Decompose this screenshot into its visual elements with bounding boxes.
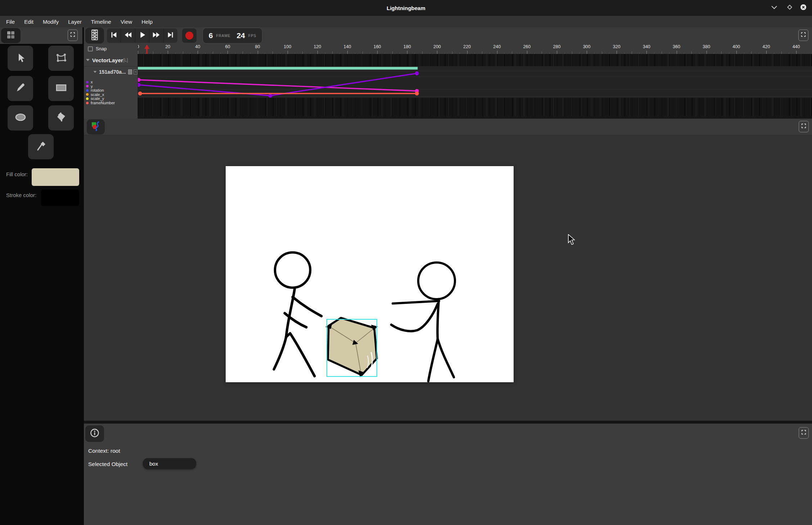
path-transform-icon xyxy=(55,52,67,65)
record-icon xyxy=(185,32,193,40)
film-strip-icon xyxy=(90,29,99,42)
collapse-triangle-icon[interactable] xyxy=(86,59,90,61)
skip-to-end-button[interactable] xyxy=(164,28,177,43)
timeline-tracks[interactable] xyxy=(138,54,812,119)
layer-tag: [L] xyxy=(123,58,128,63)
ruler-tick xyxy=(751,51,752,54)
ruler-tick xyxy=(467,51,468,54)
ellipse-tool-button[interactable] xyxy=(8,105,33,131)
object-row[interactable]: 151ad70a... ~ xyxy=(84,67,137,77)
panel-grid-button[interactable] xyxy=(1,28,21,43)
keyframe-dot-x[interactable] xyxy=(268,94,272,98)
keyframe-dot-x[interactable] xyxy=(415,72,419,76)
selected-object-value[interactable]: box xyxy=(143,458,196,469)
inspector-panel xyxy=(84,424,812,525)
ruler-tick xyxy=(721,51,722,54)
layer-visibility-button[interactable] xyxy=(128,69,132,74)
close-button[interactable] xyxy=(799,4,807,12)
frame-fps-display[interactable]: 6 FRAME 24 FPS xyxy=(203,28,262,44)
tool-panel-expand-button[interactable] xyxy=(68,29,78,41)
ruler-tick xyxy=(646,51,647,54)
menu-item-view[interactable]: View xyxy=(116,19,137,25)
figure-head xyxy=(275,252,310,288)
skip-to-start-button[interactable] xyxy=(107,28,121,43)
close-icon xyxy=(800,4,807,12)
ruler-tick xyxy=(437,51,437,54)
vector-graphics-icon xyxy=(91,121,101,133)
ruler-tick xyxy=(153,51,153,54)
rectangle-tool-button[interactable] xyxy=(48,76,74,101)
menu-item-layer[interactable]: Layer xyxy=(63,19,86,25)
layer-column: Snap VectorLayer[L] 151ad70a... ~ xyrota… xyxy=(84,44,138,119)
keyframe-dot-frameNumber[interactable] xyxy=(138,92,142,96)
keyframe-dot-y[interactable] xyxy=(138,78,141,82)
curve-y[interactable] xyxy=(139,80,417,91)
snap-checkbox[interactable] xyxy=(88,46,93,51)
context-text: Context: root xyxy=(88,448,120,454)
maximize-button[interactable] xyxy=(786,4,794,12)
canvas-tab-button[interactable] xyxy=(87,119,105,134)
ruler-label: 440 xyxy=(793,44,800,49)
skip-start-icon xyxy=(110,31,118,40)
rewind-button[interactable] xyxy=(121,28,135,43)
ruler-tick xyxy=(677,51,677,54)
ruler-tick xyxy=(632,51,632,54)
keyframe-curves[interactable] xyxy=(138,54,812,119)
menu-item-edit[interactable]: Edit xyxy=(19,19,38,25)
ruler-tick xyxy=(347,51,348,54)
ruler-tick xyxy=(691,51,692,54)
keyframe-span-bar[interactable] xyxy=(138,67,418,70)
property-row-rotation[interactable]: rotation xyxy=(86,88,104,92)
property-row-scale_y[interactable]: scale_y xyxy=(86,96,104,101)
cursor-arrow-icon xyxy=(15,52,26,64)
fill-color-swatch[interactable] xyxy=(32,168,79,186)
transform-tool-button[interactable] xyxy=(48,46,74,71)
minimize-button[interactable] xyxy=(770,4,778,12)
ruler-tick xyxy=(258,51,258,54)
stick-figure-right xyxy=(391,262,455,381)
ruler-tick xyxy=(198,51,198,54)
property-row-y[interactable]: y xyxy=(86,84,93,88)
menu-item-help[interactable]: Help xyxy=(137,19,157,25)
stroke-color-label: Stroke color: xyxy=(6,192,36,198)
property-row-frameNumber[interactable]: frameNumber xyxy=(86,101,115,105)
menu-item-file[interactable]: File xyxy=(1,19,19,25)
timeline-ruler[interactable]: 0204060801001201401601802002202402602803… xyxy=(84,44,812,54)
ruler-tick xyxy=(766,51,767,54)
ruler-label: 240 xyxy=(493,44,501,49)
ruler-label: 60 xyxy=(225,44,230,49)
canvas-expand-button[interactable] xyxy=(799,121,809,132)
menu-item-modify[interactable]: Modify xyxy=(38,19,63,25)
keyframe-dot-frameNumber[interactable] xyxy=(415,92,419,96)
stroke-color-swatch[interactable] xyxy=(41,190,79,206)
fps-value: 24 xyxy=(236,31,245,40)
stage-artwork xyxy=(226,166,514,382)
curve-x[interactable] xyxy=(139,73,417,96)
collapse-triangle-icon[interactable] xyxy=(94,71,97,73)
film-button[interactable] xyxy=(85,28,104,44)
paint-bucket-tool-button[interactable] xyxy=(48,105,74,131)
ruler-tick xyxy=(602,51,602,54)
animation-stage[interactable] xyxy=(226,166,514,382)
menu-item-timeline[interactable]: Timeline xyxy=(86,19,116,25)
fast-forward-button[interactable] xyxy=(149,28,163,43)
ruler-label: 200 xyxy=(433,44,441,49)
keyframe-dot-x[interactable] xyxy=(138,83,141,87)
ruler-label: 320 xyxy=(613,44,621,49)
play-button[interactable] xyxy=(135,28,149,43)
eyedropper-icon xyxy=(36,141,46,153)
ruler-tick xyxy=(572,51,572,54)
timeline-expand-button[interactable] xyxy=(798,29,808,41)
current-frame-value: 6 xyxy=(209,31,213,40)
property-row-x[interactable]: x xyxy=(86,80,93,84)
info-button[interactable] xyxy=(85,425,104,442)
property-row-scale_x[interactable]: scale_x xyxy=(86,92,104,97)
pencil-tool-button[interactable] xyxy=(8,76,33,101)
eyedropper-tool-button[interactable] xyxy=(28,134,54,159)
inspector-expand-button[interactable] xyxy=(799,427,809,439)
ruler-label: 80 xyxy=(255,44,260,49)
record-button[interactable] xyxy=(182,28,197,43)
tilde-button[interactable]: ~ xyxy=(134,69,137,74)
select-tool-button[interactable] xyxy=(8,46,33,71)
layer-row-vectorlayer[interactable]: VectorLayer[L] xyxy=(84,54,137,67)
